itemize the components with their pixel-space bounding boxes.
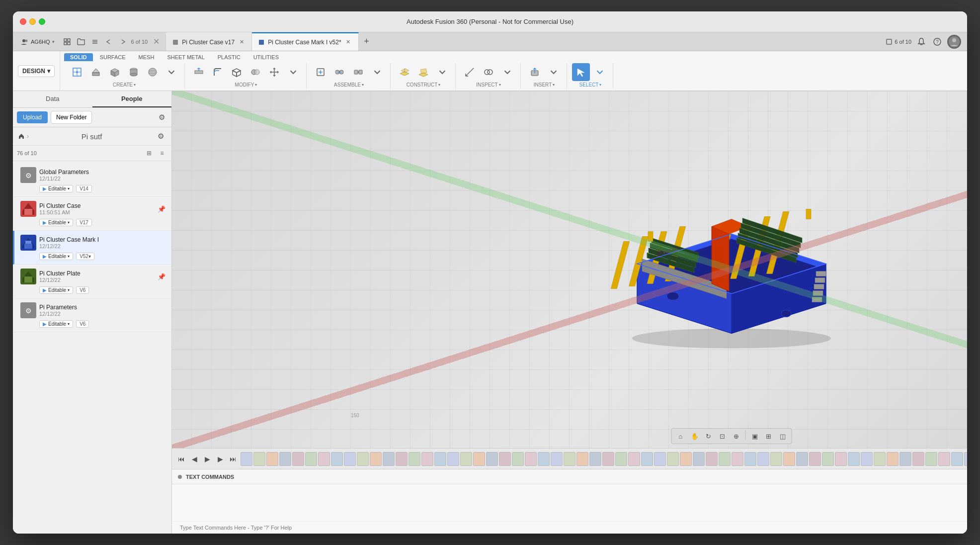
- timeline-icon[interactable]: [641, 452, 653, 466]
- timeline-icon[interactable]: [861, 452, 873, 466]
- move-button[interactable]: [265, 63, 283, 81]
- viewport-display-button[interactable]: ▣: [749, 430, 761, 442]
- timeline-icon[interactable]: [551, 452, 563, 466]
- list-item[interactable]: Pi Cluster Plate 12/12/22 📌 ▶ Editable ▾…: [13, 265, 171, 298]
- timeline-icon[interactable]: [305, 452, 317, 466]
- cylinder-button[interactable]: [125, 63, 143, 81]
- timeline-icon[interactable]: [473, 452, 485, 466]
- timeline-icon[interactable]: [525, 452, 537, 466]
- version-tag[interactable]: V14: [76, 185, 92, 192]
- panel-filter-button[interactable]: ⚙: [155, 130, 166, 142]
- timeline-icon[interactable]: [383, 452, 395, 466]
- timeline-icon[interactable]: [912, 452, 924, 466]
- tab-close-2[interactable]: ✕: [344, 38, 352, 46]
- thumbnail-view-button[interactable]: ⊞: [144, 148, 155, 159]
- breadcrumb-home[interactable]: [18, 133, 25, 140]
- timeline-icon[interactable]: [396, 452, 408, 466]
- select-button[interactable]: [572, 63, 590, 81]
- close-button[interactable]: [20, 18, 26, 25]
- timeline-icon[interactable]: [434, 452, 446, 466]
- timeline-icon[interactable]: [357, 452, 369, 466]
- timeline-icon[interactable]: [770, 452, 782, 466]
- text-commands-input[interactable]: [174, 522, 967, 534]
- timeline-icon[interactable]: [732, 452, 743, 466]
- offset-plane-button[interactable]: [396, 63, 413, 81]
- more-inspect-button[interactable]: [498, 63, 516, 81]
- timeline-icon[interactable]: [615, 452, 627, 466]
- timeline-icon[interactable]: [874, 452, 886, 466]
- tab-plastic[interactable]: PLASTIC: [212, 53, 246, 61]
- skip-forward-button[interactable]: ⏭: [228, 454, 239, 464]
- timeline-icon[interactable]: [499, 452, 511, 466]
- tab-solid[interactable]: SOLID: [64, 53, 93, 61]
- timeline-icon[interactable]: [421, 452, 433, 466]
- timeline-icon[interactable]: [602, 452, 614, 466]
- timeline-icon[interactable]: [887, 452, 898, 466]
- back-button[interactable]: [103, 36, 114, 47]
- timeline-icon[interactable]: [706, 452, 718, 466]
- timeline-icon[interactable]: [318, 452, 330, 466]
- timeline-icon[interactable]: [538, 452, 550, 466]
- new-component-button[interactable]: [312, 63, 329, 81]
- editable-tag[interactable]: ▶ Editable ▾: [39, 286, 73, 294]
- viewport[interactable]: 150 150: [172, 91, 967, 534]
- viewport-zoom-fit-button[interactable]: ⊡: [717, 430, 729, 442]
- timeline-icon[interactable]: [796, 452, 808, 466]
- fillet-button[interactable]: [209, 63, 227, 81]
- press-pull-button[interactable]: [190, 63, 208, 81]
- timeline-icon[interactable]: [564, 452, 575, 466]
- more-construct-button[interactable]: [433, 63, 451, 81]
- shell-button[interactable]: [228, 63, 245, 81]
- grid-view-button[interactable]: [62, 36, 73, 47]
- viewport-grid-button[interactable]: ⊞: [763, 430, 775, 442]
- tab-sheet-metal[interactable]: SHEET METAL: [161, 53, 210, 61]
- box-button[interactable]: [106, 63, 124, 81]
- list-item[interactable]: Pi Cluster Case Mark I 12/12/22 ▶ Editab…: [13, 231, 171, 265]
- editable-tag[interactable]: ▶ Editable ▾: [39, 320, 73, 328]
- timeline-icon[interactable]: [809, 452, 821, 466]
- timeline-icon[interactable]: [822, 452, 834, 466]
- pi-sutf-breadcrumb[interactable]: Pi sutf: [82, 132, 102, 141]
- timeline-icon[interactable]: [835, 452, 847, 466]
- timeline-icon[interactable]: [447, 452, 459, 466]
- maximize-button[interactable]: [39, 18, 45, 25]
- timeline-icon[interactable]: [680, 452, 692, 466]
- viewport-zoom-button[interactable]: ⊕: [731, 430, 742, 442]
- tab-data[interactable]: Data: [13, 91, 92, 107]
- extrude-button[interactable]: [87, 63, 105, 81]
- timeline-icon[interactable]: [783, 452, 795, 466]
- viewport-environment-button[interactable]: ◫: [777, 430, 789, 442]
- design-button[interactable]: DESIGN ▾: [18, 65, 55, 77]
- combine-button[interactable]: [246, 63, 264, 81]
- timeline-icon[interactable]: [344, 452, 356, 466]
- more-select-button[interactable]: [591, 63, 609, 81]
- tab-pi-cluster-case-mark-i[interactable]: Pi Cluster Case Mark I v52* ✕: [252, 32, 358, 51]
- interference-button[interactable]: [480, 63, 497, 81]
- add-tab-button[interactable]: +: [359, 32, 375, 51]
- sphere-button[interactable]: [144, 63, 162, 81]
- rigid-group-button[interactable]: [349, 63, 367, 81]
- help-button[interactable]: ?: [931, 36, 943, 48]
- timeline-icon[interactable]: [576, 452, 588, 466]
- timeline-icon[interactable]: [589, 452, 601, 466]
- timeline-icon[interactable]: [292, 452, 304, 466]
- timeline-icon[interactable]: [370, 452, 382, 466]
- tab-surface[interactable]: SURFACE: [94, 53, 132, 61]
- skip-back-button[interactable]: ⏮: [176, 454, 187, 464]
- timeline-icon[interactable]: [512, 452, 524, 466]
- timeline-icon[interactable]: [266, 452, 278, 466]
- list-view-panel-button[interactable]: ≡: [157, 148, 167, 159]
- list-item[interactable]: ⚙ Pi Parameters 12/12/22 ▶ Editable ▾: [13, 298, 171, 332]
- joint-button[interactable]: [330, 63, 348, 81]
- timeline-icon[interactable]: [654, 452, 666, 466]
- timeline-icon[interactable]: [693, 452, 705, 466]
- editable-tag[interactable]: ▶ Editable ▾: [39, 185, 73, 192]
- more-assemble-button[interactable]: [368, 63, 386, 81]
- editable-tag[interactable]: ▶ Editable ▾: [39, 219, 73, 226]
- new-folder-button[interactable]: New Folder: [51, 111, 92, 124]
- timeline-icon[interactable]: [938, 452, 950, 466]
- timeline-icon[interactable]: [925, 452, 937, 466]
- forward-button[interactable]: [117, 36, 128, 47]
- version-tag[interactable]: V17: [76, 219, 92, 226]
- timeline-icon[interactable]: [899, 452, 911, 466]
